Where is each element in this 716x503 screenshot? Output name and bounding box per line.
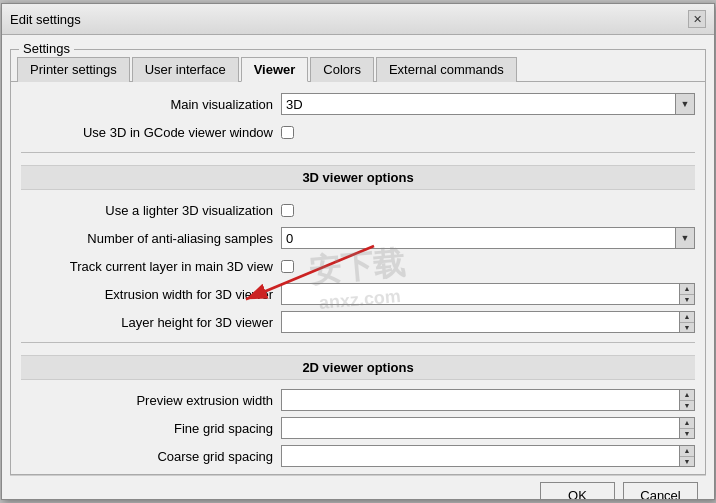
coarse-grid-arrows: ▲ ▼ bbox=[679, 445, 695, 467]
fine-grid-arrows: ▲ ▼ bbox=[679, 417, 695, 439]
layer-height-down[interactable]: ▼ bbox=[680, 323, 694, 333]
layer-height-row: Layer height for 3D viewer 0.30 ▲ ▼ bbox=[21, 310, 695, 334]
use-3d-gcode-checkbox[interactable] bbox=[281, 126, 294, 139]
layer-height-up[interactable]: ▲ bbox=[680, 312, 694, 323]
bottom-bar: OK Cancel bbox=[10, 475, 706, 499]
extrusion-width-up[interactable]: ▲ bbox=[680, 284, 694, 295]
fine-grid-row: Fine grid spacing 10 ▲ ▼ bbox=[21, 416, 695, 440]
fine-grid-spin: 10 ▲ ▼ bbox=[281, 417, 695, 439]
fine-grid-input[interactable]: 10 bbox=[281, 417, 679, 439]
track-layer-label: Track current layer in main 3D view bbox=[21, 259, 281, 274]
section-3d-header: 3D viewer options bbox=[21, 165, 695, 190]
track-layer-row: Track current layer in main 3D view bbox=[21, 254, 695, 278]
use-3d-gcode-row: Use 3D in GCode viewer window bbox=[21, 120, 695, 144]
preview-extrusion-up[interactable]: ▲ bbox=[680, 390, 694, 401]
use-lighter-row: Use a lighter 3D visualization bbox=[21, 198, 695, 222]
settings-group: Settings Printer settings User interface… bbox=[10, 49, 706, 475]
main-visualization-select-wrapper: 3D ▼ bbox=[281, 93, 695, 115]
separator-2 bbox=[21, 342, 695, 343]
tab-colors[interactable]: Colors bbox=[310, 57, 374, 82]
use-3d-gcode-control bbox=[281, 126, 695, 139]
edit-settings-window: Edit settings ✕ Settings Printer setting… bbox=[1, 3, 715, 500]
coarse-grid-spin: 50 ▲ ▼ bbox=[281, 445, 695, 467]
anti-aliasing-select[interactable]: 0 bbox=[281, 227, 695, 249]
main-visualization-row: Main visualization 3D ▼ bbox=[21, 92, 695, 116]
preview-extrusion-row: Preview extrusion width 0.50 ▲ ▼ bbox=[21, 388, 695, 412]
tab-user-interface[interactable]: User interface bbox=[132, 57, 239, 82]
fine-grid-up[interactable]: ▲ bbox=[680, 418, 694, 429]
preview-extrusion-control: 0.50 ▲ ▼ bbox=[281, 389, 695, 411]
extrusion-width-input[interactable]: 0.40 bbox=[281, 283, 679, 305]
preview-extrusion-spin: 0.50 ▲ ▼ bbox=[281, 389, 695, 411]
preview-extrusion-arrows: ▲ ▼ bbox=[679, 389, 695, 411]
anti-aliasing-select-wrapper: 0 ▼ bbox=[281, 227, 695, 249]
fine-grid-label: Fine grid spacing bbox=[21, 421, 281, 436]
viewer-tab-content: 安下载 anxz.com Main visualization bbox=[11, 82, 705, 474]
window-title: Edit settings bbox=[10, 12, 81, 27]
layer-height-spin: 0.30 ▲ ▼ bbox=[281, 311, 695, 333]
coarse-grid-row: Coarse grid spacing 50 ▲ ▼ bbox=[21, 444, 695, 468]
layer-height-label: Layer height for 3D viewer bbox=[21, 315, 281, 330]
ok-button[interactable]: OK bbox=[540, 482, 615, 499]
window-content: Settings Printer settings User interface… bbox=[2, 35, 714, 499]
use-lighter-control bbox=[281, 204, 695, 217]
use-lighter-checkbox[interactable] bbox=[281, 204, 294, 217]
layer-height-control: 0.30 ▲ ▼ bbox=[281, 311, 695, 333]
anti-aliasing-label: Number of anti-aliasing samples bbox=[21, 231, 281, 246]
preview-extrusion-input[interactable]: 0.50 bbox=[281, 389, 679, 411]
use-lighter-label: Use a lighter 3D visualization bbox=[21, 203, 281, 218]
fine-grid-down[interactable]: ▼ bbox=[680, 429, 694, 439]
main-visualization-label: Main visualization bbox=[21, 97, 281, 112]
section-2d-header: 2D viewer options bbox=[21, 355, 695, 380]
tab-bar: Printer settings User interface Viewer C… bbox=[11, 50, 705, 82]
track-layer-control bbox=[281, 260, 695, 273]
close-button[interactable]: ✕ bbox=[688, 10, 706, 28]
separator-1 bbox=[21, 152, 695, 153]
anti-aliasing-row: Number of anti-aliasing samples 0 ▼ bbox=[21, 226, 695, 250]
extrusion-width-spin: 0.40 ▲ ▼ bbox=[281, 283, 695, 305]
settings-group-label: Settings bbox=[19, 41, 74, 56]
tab-viewer[interactable]: Viewer bbox=[241, 57, 309, 82]
tab-printer-settings[interactable]: Printer settings bbox=[17, 57, 130, 82]
extrusion-width-arrows: ▲ ▼ bbox=[679, 283, 695, 305]
title-bar: Edit settings ✕ bbox=[2, 4, 714, 35]
coarse-grid-label: Coarse grid spacing bbox=[21, 449, 281, 464]
fine-grid-control: 10 ▲ ▼ bbox=[281, 417, 695, 439]
use-3d-gcode-label: Use 3D in GCode viewer window bbox=[21, 125, 281, 140]
coarse-grid-control: 50 ▲ ▼ bbox=[281, 445, 695, 467]
preview-extrusion-down[interactable]: ▼ bbox=[680, 401, 694, 411]
layer-height-input[interactable]: 0.30 bbox=[281, 311, 679, 333]
anti-aliasing-control: 0 ▼ bbox=[281, 227, 695, 249]
main-visualization-control: 3D ▼ bbox=[281, 93, 695, 115]
preview-extrusion-label: Preview extrusion width bbox=[21, 393, 281, 408]
track-layer-checkbox[interactable] bbox=[281, 260, 294, 273]
layer-height-arrows: ▲ ▼ bbox=[679, 311, 695, 333]
main-visualization-select[interactable]: 3D bbox=[281, 93, 695, 115]
extrusion-width-down[interactable]: ▼ bbox=[680, 295, 694, 305]
coarse-grid-down[interactable]: ▼ bbox=[680, 457, 694, 467]
extrusion-width-control: 0.40 ▲ ▼ bbox=[281, 283, 695, 305]
extrusion-width-label: Extrusion width for 3D viewer bbox=[21, 287, 281, 302]
coarse-grid-input[interactable]: 50 bbox=[281, 445, 679, 467]
extrusion-width-row: Extrusion width for 3D viewer 0.40 ▲ ▼ bbox=[21, 282, 695, 306]
coarse-grid-up[interactable]: ▲ bbox=[680, 446, 694, 457]
tab-external-commands[interactable]: External commands bbox=[376, 57, 517, 82]
cancel-button[interactable]: Cancel bbox=[623, 482, 698, 499]
